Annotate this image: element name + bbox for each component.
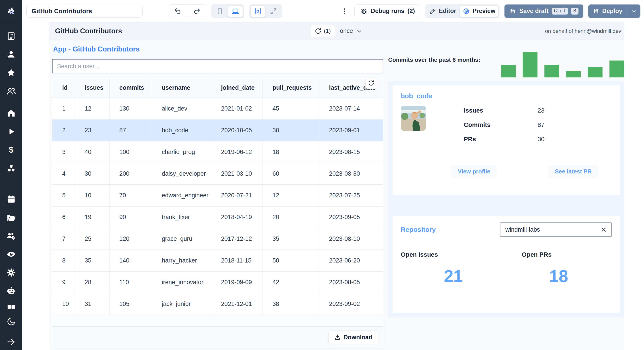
stat-label: PRs [464, 136, 538, 143]
table-row[interactable]: 928110irene_innovator2019-09-09422023-08… [52, 271, 383, 293]
sidebar-item-variables[interactable]: $ [0, 141, 22, 159]
table-cell: 25 [75, 228, 109, 250]
preview-tab[interactable]: Preview [460, 5, 498, 17]
column-header: issues [75, 78, 109, 98]
centered-width-button[interactable] [250, 5, 265, 17]
see-latest-pr-button[interactable]: See latest PR [548, 165, 598, 178]
sidebar-item-favorites[interactable] [0, 64, 22, 82]
desktop-view-button[interactable] [228, 5, 243, 17]
stat-value: 87 [538, 121, 544, 128]
centered-width-icon [254, 7, 262, 15]
table-refresh-button[interactable] [366, 77, 377, 89]
sidebar-item-members[interactable] [0, 82, 22, 100]
table-cell: harry_hacker [152, 250, 211, 271]
sidebar-item-user[interactable] [0, 45, 22, 64]
table-cell: 30 [75, 163, 109, 185]
app-refresh-button[interactable]: (1) [310, 25, 335, 37]
open-prs-label: Open PRs [506, 251, 611, 258]
app-title-input[interactable] [26, 5, 143, 18]
commit-bar [566, 71, 581, 77]
table-row[interactable]: 61990frank_fixer2018-04-19202023-09-05 [52, 206, 383, 228]
sidebar-item-docs[interactable] [0, 300, 22, 314]
sidebar-item-ai[interactable] [0, 282, 22, 300]
search-user-input[interactable] [52, 59, 383, 73]
table-cell: 35 [75, 250, 109, 271]
sidebar-item-audit[interactable] [0, 245, 22, 263]
mobile-view-button[interactable] [212, 5, 227, 17]
undo-redo-group [168, 5, 206, 18]
table-cell: alice_dev [152, 98, 211, 120]
save-draft-button[interactable]: Save draft CtrlS [504, 5, 584, 18]
table-cell: 2020-10-05 [211, 120, 262, 141]
expand-icon [270, 7, 278, 15]
deploy-button[interactable]: Deploy [588, 5, 627, 18]
table-cell: 45 [262, 98, 319, 120]
table-cell: 7 [52, 228, 75, 250]
sidebar-item-resources[interactable] [0, 159, 22, 177]
kbd-ctrl: Ctrl [552, 8, 568, 15]
table-cell: 2023-09-01 [319, 120, 383, 141]
fullscreen-button[interactable] [266, 5, 281, 17]
svg-text:$: $ [9, 145, 14, 154]
redo-button[interactable] [187, 5, 206, 18]
sidebar-item-schedules[interactable] [0, 190, 22, 208]
deploy-split-button: Deploy [588, 5, 640, 18]
table-cell: 2023-06-20 [319, 250, 383, 271]
debug-runs-label: Debug runs [371, 8, 404, 15]
repository-card: Repository [393, 216, 620, 313]
table-cell: frank_fixer [152, 206, 211, 228]
pencil-icon [429, 8, 436, 15]
sidebar-expand[interactable] [0, 334, 22, 350]
editor-tab[interactable]: Editor [427, 5, 459, 17]
commits-chart: Commits over the past 6 months: [388, 45, 624, 77]
table-cell: 8 [52, 250, 75, 271]
table-cell: 140 [109, 250, 152, 271]
table-cell: grace_guru [152, 228, 211, 250]
deploy-dropdown-button[interactable] [627, 5, 640, 18]
table-cell: 110 [109, 271, 152, 293]
column-header: username [152, 78, 211, 98]
table-cell: 12 [75, 98, 109, 120]
moon-icon [6, 317, 16, 326]
sidebar-item-workspace[interactable] [0, 27, 22, 45]
table-row[interactable]: 835140harry_hacker2018-11-15502023-06-20 [52, 250, 383, 271]
table-row[interactable]: 51070edward_engineer2020-07-21122023-07-… [52, 185, 383, 206]
open-issues-stat: Open Issues 21 [401, 251, 506, 286]
table-row[interactable]: 340100charlie_prog2019-06-12182023-08-15 [52, 141, 383, 163]
sidebar: $ [0, 0, 22, 350]
more-options-button[interactable] [340, 5, 350, 18]
table-row[interactable]: 1031105jack_junior2021-12-01382023-09-02 [52, 293, 383, 315]
dollar-icon: $ [6, 145, 16, 155]
schedule-dropdown[interactable]: once [340, 28, 363, 35]
repository-clear-button[interactable] [599, 225, 608, 234]
repository-input[interactable] [500, 222, 612, 237]
debug-runs-button[interactable]: Debug runs (2) [354, 5, 420, 18]
table-row[interactable]: 430200daisy_developer2021-03-10602023-08… [52, 163, 383, 185]
sidebar-item-groups[interactable] [0, 227, 22, 245]
contributors-table: idissuescommitsusernamejoined_datepull_r… [52, 78, 383, 348]
chevron-down-icon [356, 28, 363, 35]
undo-button[interactable] [168, 5, 187, 18]
table-cell: 87 [109, 120, 152, 141]
table-row[interactable]: 22387bob_code2020-10-05302023-09-01 [52, 120, 383, 141]
sidebar-item-home[interactable] [0, 104, 22, 122]
table-cell: irene_innovator [152, 271, 211, 293]
column-header: joined_date [211, 78, 262, 98]
windmill-logo[interactable] [0, 0, 22, 22]
save-icon [510, 8, 516, 15]
table-cell: 2021-12-01 [211, 293, 262, 315]
sidebar-item-theme-toggle[interactable] [0, 314, 22, 329]
sidebar-item-runs[interactable] [0, 122, 22, 141]
download-button[interactable]: Download [328, 330, 378, 344]
refresh-icon [314, 28, 322, 35]
table-cell: 12 [262, 185, 319, 206]
sidebar-item-folders[interactable] [0, 208, 22, 227]
sidebar-item-settings[interactable] [0, 263, 22, 282]
schedule-label: once [340, 28, 353, 35]
column-header: id [52, 78, 75, 98]
table-row[interactable]: 112130alice_dev2021-01-02452023-07-14 [52, 98, 383, 120]
page: $ [0, 0, 644, 350]
view-profile-button[interactable]: View profile [451, 165, 497, 178]
table-row[interactable]: 725120grace_guru2017-12-12352023-08-10 [52, 228, 383, 250]
table-footer: Download [52, 327, 383, 348]
